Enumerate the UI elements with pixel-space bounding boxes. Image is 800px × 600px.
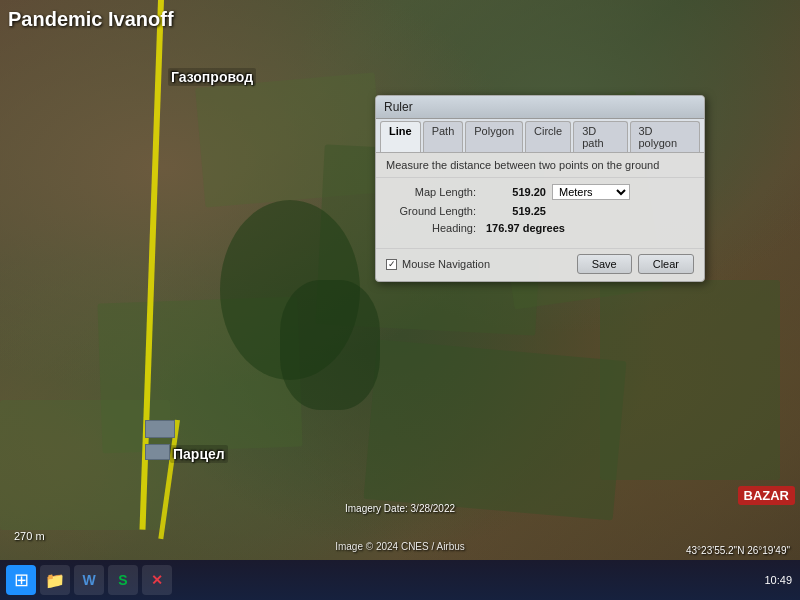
clear-button[interactable]: Clear (638, 254, 694, 274)
taskbar-icon-spotify[interactable]: S (108, 565, 138, 595)
taskbar: ⊞ 📁 W S ✕ 10:49 (0, 560, 800, 600)
tab-polygon[interactable]: Polygon (465, 121, 523, 152)
heading-row: Heading: 176.97 degrees (386, 222, 694, 234)
mouse-nav: ✓ Mouse Navigation (386, 258, 571, 270)
parcel-label: Парцел (170, 445, 228, 463)
ruler-dialog: Ruler Line Path Polygon Circle 3D path 3… (375, 95, 705, 282)
time-display: 10:49 (764, 574, 792, 586)
gazoprovod-label: Газопровод (168, 68, 256, 86)
ground-length-label: Ground Length: (386, 205, 486, 217)
ground-length-value: 519.25 (486, 205, 546, 217)
save-button[interactable]: Save (577, 254, 632, 274)
tab-3dpolygon[interactable]: 3D polygon (630, 121, 701, 152)
forest-area (280, 280, 380, 410)
start-button[interactable]: ⊞ (6, 565, 36, 595)
map-length-label: Map Length: (386, 186, 486, 198)
ruler-title: Ruler (376, 96, 704, 119)
heading-label: Heading: (386, 222, 486, 234)
mouse-nav-label: Mouse Navigation (402, 258, 490, 270)
building (145, 444, 170, 460)
map-length-value: 519.20 (486, 186, 546, 198)
building (145, 420, 175, 438)
taskbar-icon-word[interactable]: W (74, 565, 104, 595)
tab-3dpath[interactable]: 3D path (573, 121, 627, 152)
ground-length-row: Ground Length: 519.25 (386, 205, 694, 217)
tab-path[interactable]: Path (423, 121, 464, 152)
coordinates-bar: 43°23'55.2"N 26°19'49" (686, 545, 790, 556)
ruler-footer: ✓ Mouse Navigation Save Clear (376, 248, 704, 281)
ruler-tabs: Line Path Polygon Circle 3D path 3D poly… (376, 119, 704, 153)
image-credit: Image © 2024 CNES / Airbus (335, 541, 465, 552)
map-container: Газопровод Парцел Pandemic Ivanoff 270 m… (0, 0, 800, 560)
tab-circle[interactable]: Circle (525, 121, 571, 152)
tab-line[interactable]: Line (380, 121, 421, 152)
mouse-nav-checkbox[interactable]: ✓ (386, 259, 397, 270)
imagery-date: Imagery Date: 3/28/2022 (345, 503, 455, 514)
map-length-row: Map Length: 519.20 Meters Kilometers Fee… (386, 184, 694, 200)
bazar-watermark: BAZAR (738, 486, 796, 505)
field-patch (600, 280, 780, 480)
ruler-description: Measure the distance between two points … (376, 153, 704, 178)
ruler-body: Map Length: 519.20 Meters Kilometers Fee… (376, 178, 704, 245)
taskbar-time: 10:49 (764, 574, 792, 586)
map-length-unit: Meters Kilometers Feet Miles (552, 184, 630, 200)
unit-select[interactable]: Meters Kilometers Feet Miles (552, 184, 630, 200)
scale-value: 270 m (14, 530, 45, 542)
heading-value: 176.97 degrees (486, 222, 565, 234)
taskbar-icon-file[interactable]: 📁 (40, 565, 70, 595)
field-patch (364, 339, 627, 520)
watermark-text: Pandemic Ivanoff (8, 8, 174, 31)
scale-indicator: 270 m (14, 530, 45, 542)
taskbar-icon-x[interactable]: ✕ (142, 565, 172, 595)
